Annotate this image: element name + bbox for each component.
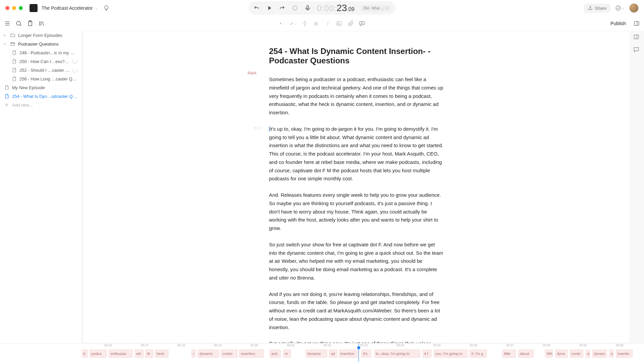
timeline-word-clip[interactable]: and: [270, 350, 281, 358]
document-icon: [11, 59, 17, 64]
timeline-word-clip[interactable]: It's: [361, 350, 371, 358]
transcript-paragraph[interactable]: And if you are not doing it, you're leav…: [269, 290, 443, 332]
timeline-word-clip[interactable]: conte: [570, 350, 583, 358]
timeline-tick: 00:23: [360, 344, 368, 347]
transcript-paragraph[interactable]: Sometimes being a podcaster or a podcast…: [269, 75, 443, 117]
timeline-word-clip[interactable]: dynamic: [198, 350, 219, 358]
timeline-word-clip[interactable]: dynamic: [306, 350, 327, 358]
app-icon: [30, 4, 38, 12]
lightbulb-icon[interactable]: [103, 5, 110, 11]
timeline[interactable]: 00:1600:1700:1800:1900:2000:2100:2200:23…: [0, 343, 644, 362]
timeline-tick: 00:28: [543, 344, 550, 347]
timeline-word-clip[interactable]: dynam: [592, 350, 607, 358]
timeline-word-clip[interactable]: conter: [221, 350, 237, 358]
composition-item-254[interactable]: 254 - What Is Dyn…odcaster Questions: [2, 92, 79, 101]
history-check-button[interactable]: ⌄: [615, 5, 625, 11]
library-icon[interactable]: [38, 20, 45, 27]
share-button[interactable]: Share: [584, 4, 610, 13]
publish-button[interactable]: Publish: [607, 19, 629, 28]
timeline-word-clip[interactable]: Wh: [545, 350, 553, 358]
document-icon: [11, 50, 17, 55]
composition-item-my-new-episode[interactable]: My New Episode: [2, 83, 79, 92]
close-window-button[interactable]: [5, 6, 9, 10]
play-button[interactable]: [266, 5, 273, 11]
zoom-window-button[interactable]: [19, 6, 23, 10]
sparkle-icon[interactable]: [291, 5, 298, 11]
properties-panel-icon[interactable]: [633, 34, 640, 40]
comment-button[interactable]: [359, 20, 365, 27]
svg-rect-9: [634, 35, 638, 39]
transcript-editor[interactable]: 254 - What Is Dynamic Content Insertion-…: [83, 31, 630, 343]
timeline-word-clip[interactable]: to, okay. I'm going to: [374, 350, 420, 358]
image-button[interactable]: [336, 20, 342, 27]
search-icon[interactable]: [15, 20, 22, 27]
timeline-word-clip[interactable]: about.: [518, 350, 534, 358]
add-new-label: Add new…: [12, 103, 77, 108]
transcript-paragraph[interactable]: So just switch your show for free at cap…: [269, 241, 443, 282]
timeline-word-clip[interactable]: insertion: [339, 350, 359, 358]
transcript-paragraph[interactable]: And. Releases features every single week…: [269, 191, 443, 233]
timeline-tick: 00:24: [397, 344, 405, 347]
redo-button[interactable]: [279, 5, 285, 11]
italic-button[interactable]: I: [324, 20, 331, 27]
composition-item-248[interactable]: 248 - Podcastin…ic in my Podcast: [2, 48, 79, 57]
hamburger-menu-icon[interactable]: [4, 20, 11, 27]
add-new-button[interactable]: Add new…: [2, 101, 79, 109]
undo-button[interactable]: [253, 5, 260, 11]
timeline-word-clip[interactable]: you. I'm going to: [434, 350, 468, 358]
timeline-word-clip[interactable]: b: [82, 350, 88, 358]
timeline-word-clip[interactable]: it. I'm g: [470, 350, 486, 358]
timeline-word-clip[interactable]: a: [586, 350, 590, 358]
add-button[interactable]: ⌄: [279, 20, 285, 27]
sidebar: ▸ Longer Form Episodes ▾ Podcaster Quest…: [0, 31, 81, 343]
minimize-window-button[interactable]: [12, 6, 16, 10]
attachment-button[interactable]: [347, 20, 354, 27]
timeline-tick: 00:26: [470, 344, 477, 347]
timeline-ruler[interactable]: 00:1600:1700:1800:1900:2000:2100:2200:23…: [82, 344, 644, 348]
right-rail: [630, 31, 643, 343]
timeline-word-clip[interactable]: ad: [329, 350, 337, 358]
timeline-word-clip[interactable]: a: [609, 350, 613, 358]
chevron-down-icon: ⌄: [622, 6, 625, 10]
timeline-word-clip[interactable]: enthusias: [109, 350, 132, 358]
timeline-word-clip[interactable]: podca: [90, 350, 106, 358]
microphone-icon[interactable]: [304, 5, 311, 11]
timeline-word-track[interactable]: bpodcaenthusiaswhthheckidynamicconterins…: [82, 350, 644, 359]
comments-panel-icon[interactable]: [633, 46, 640, 53]
speaker-label[interactable]: Mark: [248, 71, 257, 75]
composition-item-252[interactable]: 252 - Should I …caster Question: [2, 66, 79, 74]
time-display: 0:00: 23 .09: [317, 3, 355, 13]
folder-podcaster-questions[interactable]: ▾ Podcaster Questions: [2, 40, 79, 48]
strikethrough-button[interactable]: [302, 20, 308, 27]
bold-button[interactable]: B: [313, 20, 320, 27]
composition-label: 252 - Should I …caster Question: [19, 68, 70, 73]
composition-item-250[interactable]: 250 - How Can I…ess? Podcast Q: [2, 57, 79, 66]
timeline-word-clip[interactable]: i: [192, 350, 196, 358]
timeline-tick: 00:20: [251, 344, 258, 347]
composition-item-256[interactable]: 256 - How Long …caster Questions: [2, 74, 79, 83]
folder-longer-form[interactable]: ▸ Longer Form Episodes: [2, 31, 79, 40]
document-title[interactable]: 254 - What Is Dynamic Content Insertion-…: [269, 47, 443, 65]
timeline-word-clip[interactable]: insertion,: [239, 350, 264, 358]
user-avatar[interactable]: [629, 3, 639, 13]
timeline-word-clip[interactable]: th: [145, 350, 153, 358]
time-prefix: 0:00:: [317, 4, 336, 13]
timeline-word-clip[interactable]: heck: [155, 350, 168, 358]
timeline-word-clip[interactable]: insertio: [616, 350, 633, 358]
project-title[interactable]: The Podcast Accelerator: [42, 5, 93, 11]
clipboard-icon[interactable]: [27, 20, 34, 27]
track-selector[interactable]: 254 - What Is Dyn… ⇅: [361, 5, 391, 11]
timeline-word-clip[interactable]: little: [502, 350, 516, 358]
timeline-word-clip[interactable]: or: [283, 350, 291, 358]
transcript-paragraph[interactable]: It's up to, okay. I'm going to de-jargon…: [269, 125, 443, 183]
timeline-word-clip[interactable]: dyna: [555, 350, 568, 358]
highlighter-button[interactable]: ⌄: [290, 20, 297, 27]
right-panel-toggle-icon[interactable]: [633, 20, 640, 27]
timeline-word-clip[interactable]: wh: [135, 350, 144, 358]
timeline-word-clip[interactable]: it f: [423, 350, 432, 358]
transcript-paragraph[interactable]: But actually it's not anything new. It's…: [269, 340, 443, 343]
playhead[interactable]: [359, 344, 359, 362]
project-dropdown-chevron[interactable]: ⌄: [95, 6, 98, 10]
timeline-tick: 00:16: [104, 344, 112, 347]
timeline-tick: 00:17: [141, 344, 149, 347]
